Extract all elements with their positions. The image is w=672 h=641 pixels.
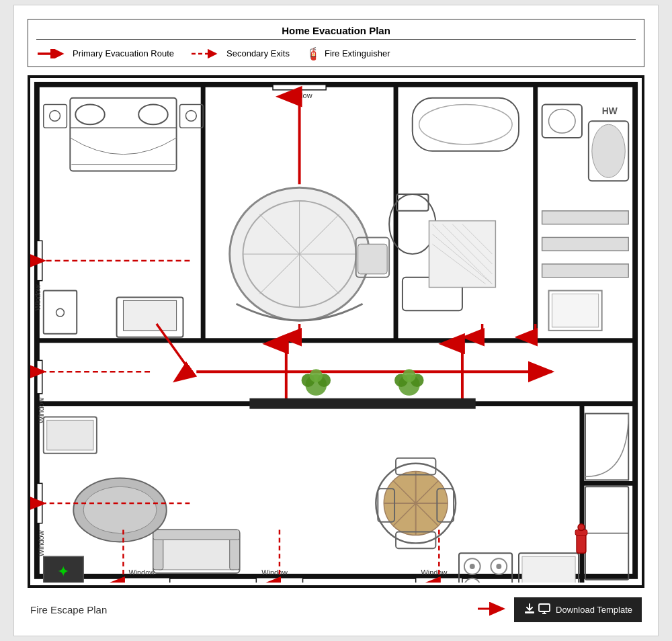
svg-rect-127 bbox=[525, 611, 534, 613]
svg-rect-44 bbox=[358, 244, 388, 274]
svg-rect-48 bbox=[396, 194, 428, 211]
svg-rect-63 bbox=[542, 237, 629, 251]
svg-point-61 bbox=[549, 109, 576, 133]
svg-rect-12 bbox=[273, 85, 326, 90]
svg-rect-128 bbox=[539, 604, 550, 611]
legend-items: Primary Evacuation Route Secondary Exits… bbox=[36, 44, 636, 61]
svg-rect-33 bbox=[44, 290, 77, 333]
svg-point-32 bbox=[185, 110, 196, 121]
svg-point-25 bbox=[75, 104, 105, 124]
svg-point-102 bbox=[470, 564, 475, 569]
svg-rect-45 bbox=[413, 97, 519, 151]
svg-rect-112 bbox=[577, 533, 586, 553]
svg-rect-24 bbox=[70, 97, 176, 171]
svg-rect-36 bbox=[123, 300, 176, 331]
download-template-button[interactable]: Download Template bbox=[514, 597, 642, 622]
svg-rect-84 bbox=[249, 398, 475, 409]
legend-primary: Primary Evacuation Route bbox=[36, 48, 174, 58]
svg-text:Window: Window bbox=[421, 568, 448, 576]
legend-box: Home Evacuation Plan Primary Evacuation … bbox=[28, 19, 644, 67]
svg-text:✦: ✦ bbox=[57, 562, 69, 579]
svg-point-46 bbox=[419, 104, 512, 144]
svg-rect-62 bbox=[542, 210, 629, 224]
svg-point-59 bbox=[592, 124, 625, 177]
svg-point-34 bbox=[56, 308, 65, 316]
svg-point-114 bbox=[578, 523, 585, 530]
svg-rect-89 bbox=[153, 529, 240, 540]
svg-point-105 bbox=[464, 578, 480, 583]
fire-ext-label: Fire Extinguisher bbox=[325, 48, 390, 58]
legend-title: Home Evacuation Plan bbox=[36, 25, 636, 40]
secondary-label: Secondary Exits bbox=[226, 48, 290, 58]
svg-rect-18 bbox=[123, 577, 169, 583]
svg-rect-10 bbox=[37, 241, 42, 280]
page-container: Home Evacuation Plan Primary Evacuation … bbox=[13, 5, 659, 637]
svg-rect-64 bbox=[542, 264, 629, 277]
page-title: Fire Escape Plan bbox=[30, 604, 107, 615]
svg-point-77 bbox=[309, 369, 323, 382]
primary-arrow-icon bbox=[36, 49, 69, 58]
fire-extinguisher-icon: 🧯 bbox=[306, 46, 321, 61]
floorplan-svg: Window Window Window Window Window Windo… bbox=[30, 78, 642, 583]
download-section: Download Template bbox=[476, 597, 642, 622]
floorplan: Window Window Window Window Window Windo… bbox=[28, 75, 644, 589]
primary-label: Primary Evacuation Route bbox=[73, 48, 174, 58]
download-icons bbox=[523, 603, 550, 617]
svg-rect-14 bbox=[37, 360, 42, 393]
legend-secondary: Secondary Exits bbox=[190, 48, 290, 58]
download-icon bbox=[523, 603, 536, 617]
svg-text:Window: Window bbox=[37, 530, 45, 556]
svg-rect-108 bbox=[522, 556, 575, 583]
svg-rect-111 bbox=[585, 413, 628, 480]
svg-rect-66 bbox=[552, 294, 598, 327]
monitor-icon bbox=[538, 603, 550, 617]
download-pointer-icon bbox=[476, 601, 510, 619]
svg-point-81 bbox=[403, 369, 416, 382]
svg-point-91 bbox=[83, 486, 157, 533]
download-label: Download Template bbox=[556, 605, 632, 615]
svg-point-104 bbox=[496, 564, 501, 569]
legend-fire-ext: 🧯 Fire Extinguisher bbox=[306, 46, 390, 61]
svg-point-26 bbox=[138, 104, 168, 124]
svg-text:HW: HW bbox=[602, 105, 618, 116]
bottom-bar: Fire Escape Plan Download Templ bbox=[28, 597, 644, 622]
svg-text:Window: Window bbox=[261, 568, 288, 576]
svg-rect-29 bbox=[44, 104, 67, 128]
secondary-arrow-icon bbox=[190, 49, 222, 58]
svg-text:Window: Window bbox=[128, 568, 155, 576]
svg-rect-93 bbox=[47, 420, 93, 450]
svg-point-30 bbox=[50, 110, 60, 121]
svg-rect-31 bbox=[180, 104, 204, 128]
svg-text:Window: Window bbox=[34, 284, 42, 310]
svg-rect-16 bbox=[37, 483, 42, 523]
